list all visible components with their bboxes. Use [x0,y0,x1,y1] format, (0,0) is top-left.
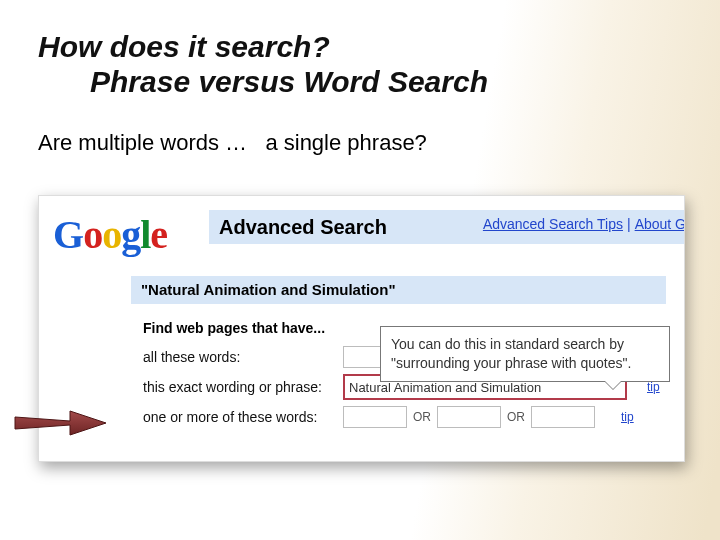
or-label-2: OR [507,410,525,424]
slide-title-block: How does it search? Phrase versus Word S… [38,30,488,99]
or-label-1: OR [413,410,431,424]
label-exact-phrase: this exact wording or phrase: [143,379,343,395]
screenshot-header: Google Advanced Search Advanced Search T… [39,196,684,258]
logo-letter-g2: g [121,212,140,257]
logo-letter-l: l [140,212,150,257]
logo-letter-e: e [150,212,167,257]
slide-body-text: Are multiple words … a single phrase? [38,130,427,156]
slide-title-line1: How does it search? [38,30,488,65]
row-any-words: one or more of these words: OR OR tip [143,402,684,432]
tooltip-callout: You can do this in standard search by "s… [380,326,670,382]
label-all-words: all these words: [143,349,343,365]
google-logo: Google [53,211,167,258]
slide-title-line2: Phrase versus Word Search [90,65,488,99]
advanced-tips-link[interactable]: Advanced Search Tips [483,216,623,232]
logo-letter-o2: o [102,212,121,257]
tip-link-any[interactable]: tip [621,410,634,424]
input-any-3[interactable] [531,406,595,428]
logo-letter-o1: o [83,212,102,257]
query-summary-bar: "Natural Animation and Simulation" [131,276,666,304]
about-link[interactable]: About G [635,216,685,232]
label-any-words: one or more of these words: [143,409,343,425]
link-separator: | [627,216,631,232]
tooltip-text: You can do this in standard search by "s… [391,336,631,371]
header-links: Advanced Search Tips|About G [483,216,685,232]
logo-letter-g: G [53,212,83,257]
screenshot-panel: Google Advanced Search Advanced Search T… [38,195,685,462]
tip-link-exact[interactable]: tip [647,380,660,394]
input-any-1[interactable] [343,406,407,428]
input-any-2[interactable] [437,406,501,428]
